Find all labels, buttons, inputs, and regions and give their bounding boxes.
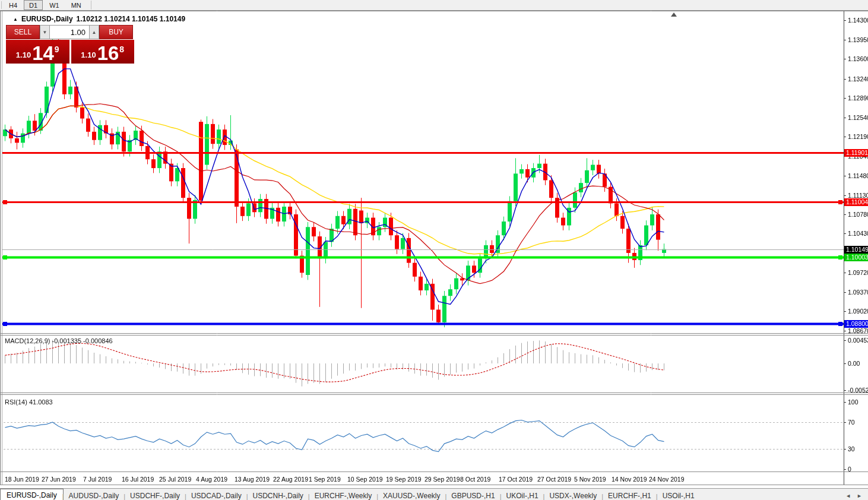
price-tick-label: 1.10780 [848, 211, 868, 218]
macd-tick-label: 0.004536 [848, 337, 868, 344]
chart-title: ▲ EURUSD-,Daily 1.10212 1.10214 1.10145 … [13, 15, 185, 23]
price-badge: 1.08800 [844, 320, 868, 328]
date-tick-label: 18 Jun 2019 [5, 476, 39, 483]
price-tick-label: 1.13600 [848, 55, 868, 62]
chart-tab-bar: EURUSD-,Daily|AUDUSD-,Daily|USDCHF-,Dail… [0, 488, 868, 500]
chart-tab-audusd-daily[interactable]: AUDUSD-,Daily [63, 490, 125, 500]
date-tick-label: 25 Jul 2019 [159, 476, 191, 483]
price-tick-label: 1.10430 [848, 230, 868, 237]
mt4-window: H4 D1 W1 MN ▲ EURUSD-,Daily 1.10212 1.10… [0, 0, 868, 500]
macd-tick-label: 0.00 [848, 360, 860, 367]
buy-price-box[interactable]: 1.10 16 8 [71, 40, 135, 64]
timeframe-button-mn[interactable]: MN [66, 0, 87, 10]
sell-button[interactable]: SELL [6, 25, 40, 39]
ask-prefix: 1.10 [81, 51, 96, 59]
price-chart-canvas[interactable] [0, 0, 868, 500]
date-tick-label: 17 Oct 2019 [499, 476, 533, 483]
tab-scroll-right-icon[interactable]: ► [857, 493, 862, 499]
price-tick-label: 1.11480 [848, 172, 868, 179]
timeframe-toolbar: H4 D1 W1 MN [0, 0, 868, 11]
price-tick-label: 1.14300 [848, 17, 868, 24]
chart-tab-usoil-h1[interactable]: USOil-,H1 [657, 490, 701, 500]
price-tick-label: 1.13950 [848, 36, 868, 43]
bid-pipette: 9 [55, 42, 59, 53]
chart-tab-gbpusd-h1[interactable]: GBPUSD-,H1 [445, 490, 500, 500]
tab-scroll-arrows: ◄ ► [845, 493, 868, 500]
bid-prefix: 1.10 [16, 51, 31, 59]
price-tick-label: 1.12190 [848, 133, 868, 140]
collapse-triangle-icon[interactable]: ▲ [13, 17, 18, 22]
timeframe-button-d1[interactable]: D1 [24, 0, 43, 10]
chart-tab-usdx-weekly[interactable]: USDX-,Weekly [543, 490, 603, 500]
chart-tab-eurusd-daily[interactable]: EURUSD-,Daily [0, 489, 64, 500]
date-tick-label: 16 Jul 2019 [122, 476, 154, 483]
date-tick-label: 19 Sep 2019 [386, 476, 422, 483]
price-badge: 1.11004 [844, 198, 868, 206]
price-badge: 1.10003 [844, 254, 868, 261]
one-click-trading-panel: SELL ▼ ▲ BUY 1.10 14 9 1.10 16 8 [6, 25, 134, 64]
price-tick-label: 1.13240 [848, 75, 868, 83]
date-tick-label: 13 Aug 2019 [235, 476, 270, 483]
sell-price-box[interactable]: 1.10 14 9 [6, 40, 69, 64]
date-tick-label: 5 Nov 2019 [574, 476, 606, 483]
date-tick-label: 27 Oct 2019 [537, 476, 571, 483]
ask-big-digits: 16 [97, 45, 119, 62]
buy-button[interactable]: BUY [99, 25, 133, 39]
ohlc-values: 1.10212 1.10214 1.10145 1.10149 [77, 15, 186, 23]
price-badge: 1.11901 [844, 149, 868, 157]
date-tick-label: 7 Jul 2019 [83, 476, 112, 483]
macd-indicator-label: MACD(12,26,9) -0.001335 -0.000846 [5, 337, 113, 344]
price-tick-label: 1.09720 [848, 269, 868, 276]
date-tick-label: 24 Nov 2019 [649, 476, 685, 483]
price-tick-label: 1.09370 [848, 289, 868, 296]
rsi-tick-label: 0 [848, 466, 851, 473]
date-tick-label: 14 Nov 2019 [612, 476, 647, 483]
date-tick-label: 22 Aug 2019 [273, 476, 308, 483]
macd-tick-label: -0.005205 [848, 387, 868, 394]
date-tick-label: 27 Jun 2019 [42, 476, 76, 483]
chart-tab-usdcad-daily[interactable]: USDCAD-,Daily [185, 490, 248, 500]
date-tick-label: 10 Sep 2019 [347, 476, 383, 483]
volume-input[interactable] [50, 25, 89, 39]
rsi-indicator-label: RSI(14) 41.0083 [5, 398, 53, 406]
rsi-tick-label: 70 [848, 419, 855, 426]
date-tick-label: 29 Sep 2019 [425, 476, 460, 483]
price-tick-label: 1.12540 [848, 114, 868, 121]
rsi-tick-label: 100 [848, 398, 859, 406]
timeframe-button-h4[interactable]: H4 [4, 0, 23, 10]
rsi-tick-label: 30 [848, 445, 855, 452]
price-tick-label: 1.12890 [848, 94, 868, 102]
bid-big-digits: 14 [32, 45, 54, 62]
price-tick-label: 1.08670 [848, 327, 868, 334]
symbol-period-label: EURUSD-,Daily [21, 15, 73, 23]
volume-decrease-button[interactable]: ▼ [40, 25, 50, 39]
chart-tab-usdchf-daily[interactable]: USDCHF-,Daily [124, 490, 186, 500]
timeframe-button-w1[interactable]: W1 [44, 0, 65, 10]
toolbar-separator [91, 1, 91, 10]
ask-pipette: 8 [119, 42, 124, 53]
volume-increase-button[interactable]: ▲ [89, 25, 99, 39]
chart-tab-eurchf-weekly[interactable]: EURCHF-,Weekly [309, 490, 378, 500]
date-tick-label: 4 Aug 2019 [196, 476, 227, 483]
date-tick-label: 8 Oct 2019 [460, 476, 490, 483]
price-badge: 1.10149 [844, 246, 868, 254]
tab-scroll-left-icon[interactable]: ◄ [845, 493, 851, 499]
chart-tab-xauusd-weekly[interactable]: XAUUSD-,Weekly [377, 490, 446, 500]
toolbar-separator [1, 1, 2, 9]
chart-tab-ukoil-h1[interactable]: UKOil-,H1 [500, 490, 544, 500]
chart-tab-eurchf-h1[interactable]: EURCHF-,H1 [602, 490, 657, 500]
date-tick-label: 1 Sep 2019 [309, 476, 341, 483]
chart-tab-usdcnh-daily[interactable]: USDCNH-,Daily [247, 490, 309, 500]
price-tick-label: 1.09020 [848, 308, 868, 315]
